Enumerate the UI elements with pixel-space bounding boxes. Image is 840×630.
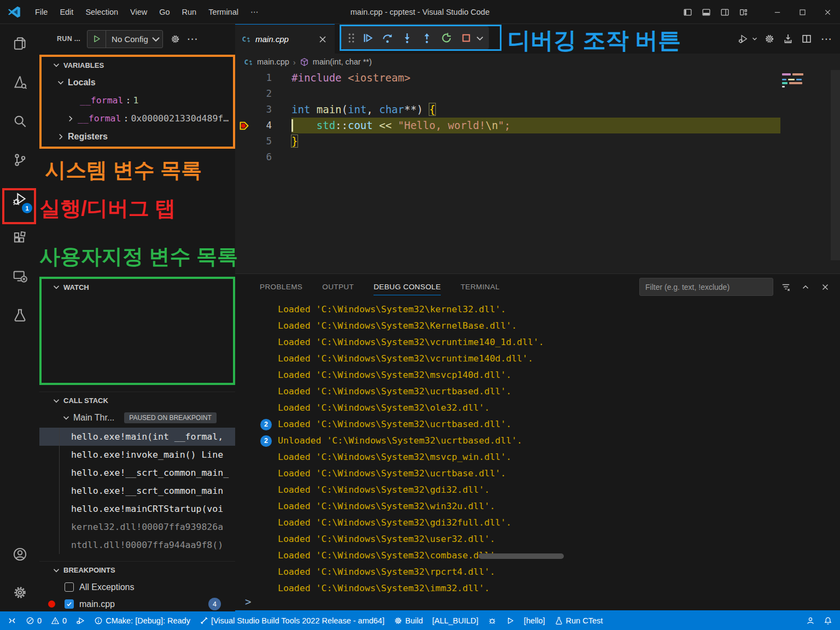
call-stack-section-header[interactable]: CALL STACK <box>39 392 235 409</box>
console-prompt[interactable]: > <box>245 595 251 608</box>
code-line-2[interactable]: 2 <box>235 86 840 102</box>
menu-terminal[interactable]: Terminal <box>202 0 244 24</box>
stack-frame[interactable]: kernel32.dll!00007ffa939826a <box>39 518 235 536</box>
minimize-button[interactable] <box>765 0 790 24</box>
chevron-down-icon[interactable] <box>751 35 759 43</box>
activity-account[interactable] <box>0 535 39 573</box>
code-editor[interactable]: 1#include <iostream>23int main(int, char… <box>235 70 840 273</box>
variables-section-header[interactable]: VARIABLES <box>43 57 232 73</box>
debug-step-into[interactable] <box>398 29 416 46</box>
filter-icon[interactable] <box>779 280 793 294</box>
menu-edit[interactable]: Edit <box>54 0 79 24</box>
run-or-debug-icon[interactable] <box>736 31 751 46</box>
status-debug-alt[interactable] <box>76 616 85 625</box>
status-gear[interactable]: Build <box>394 616 423 625</box>
breadcrumb-file[interactable]: main.cpp <box>257 57 289 66</box>
gutter[interactable]: 5 <box>235 133 291 149</box>
status-warning[interactable]: 0 <box>51 616 67 625</box>
stack-frame[interactable]: hello.exe!mainCRTStartup(voi <box>39 500 235 518</box>
breakpoint-row-main-cpp[interactable]: main.cpp 4 <box>39 596 235 612</box>
locals-group[interactable]: Locals <box>43 73 232 91</box>
status-beaker[interactable]: Run CTest <box>555 616 603 625</box>
split-editor-icon[interactable] <box>799 31 814 46</box>
menu-go[interactable]: Go <box>153 0 176 24</box>
code-line-3[interactable]: 3int main(int, char**) { <box>235 102 840 118</box>
code-line-4[interactable]: 4 std::cout << "Hello, world!\n"; <box>235 118 840 133</box>
activity-search[interactable] <box>0 102 39 141</box>
start-debugging-icon[interactable] <box>88 31 106 48</box>
stack-frame[interactable]: ntdll.dll!00007ffa944aa9f8() <box>39 536 235 554</box>
more-actions-icon[interactable]: ⋯ <box>187 32 199 45</box>
activity-source-control[interactable] <box>0 141 39 179</box>
gutter[interactable]: 2 <box>235 86 291 102</box>
status-error-circle[interactable]: 0 <box>26 616 42 625</box>
debug-step-out[interactable] <box>418 29 435 46</box>
breakpoint-slot[interactable] <box>238 88 257 100</box>
panel-tab-debug-console[interactable]: DEBUG CONSOLE <box>374 274 441 300</box>
activity-testing[interactable] <box>0 296 39 335</box>
panel-tab-problems[interactable]: PROBLEMS <box>260 274 302 300</box>
debug-drag-grip[interactable] <box>346 29 357 46</box>
gutter[interactable]: 4 <box>235 118 291 133</box>
activity-settings-gear[interactable] <box>0 573 39 611</box>
code-text[interactable]: } <box>291 133 298 149</box>
toggle-panel-icon[interactable] <box>697 0 715 24</box>
activity-run-debug[interactable]: 1 <box>0 179 39 218</box>
debug-stop[interactable] <box>457 29 475 46</box>
thread-row[interactable]: Main Thr... PAUSED ON BREAKPOINT <box>39 409 235 427</box>
status-person[interactable] <box>806 616 815 625</box>
breadcrumb-symbol[interactable]: main(int, char **) <box>313 57 372 66</box>
deploy-icon[interactable] <box>780 31 796 46</box>
gear-icon[interactable] <box>762 31 777 46</box>
debug-config-dropdown[interactable]: No Config <box>87 30 163 48</box>
code-text[interactable]: #include <iostream> <box>291 70 410 86</box>
stack-frame[interactable]: hello.exe!invoke_main() Line <box>39 446 235 464</box>
stack-frame[interactable]: hello.exe!__scrt_common_main_ <box>39 464 235 482</box>
horizontal-scrollbar[interactable] <box>479 553 564 559</box>
status-play[interactable] <box>506 616 515 625</box>
breakpoint-slot[interactable] <box>238 104 257 116</box>
status-bug[interactable] <box>488 616 497 625</box>
code-text[interactable]: std::cout << "Hello, world!\n"; <box>291 118 780 133</box>
activity-explorer[interactable] <box>0 24 39 63</box>
console-filter-input[interactable] <box>639 278 773 296</box>
gutter[interactable]: 1 <box>235 70 291 86</box>
status-info[interactable]: CMake: [Debug]: Ready <box>94 616 190 625</box>
code-line-5[interactable]: 5} <box>235 133 840 149</box>
menu-run[interactable]: Run <box>176 0 203 24</box>
breakpoint-slot[interactable] <box>238 136 257 148</box>
checkbox-unchecked[interactable] <box>65 582 74 592</box>
code-line-1[interactable]: 1#include <iostream> <box>235 70 840 86</box>
status--all-build-[interactable]: [ALL_BUILD] <box>432 616 479 625</box>
breadcrumb[interactable]: C main.cpp › main(int, char **) <box>235 54 840 70</box>
status--hello-[interactable]: [hello] <box>524 616 545 625</box>
activity-cmake[interactable] <box>0 63 39 102</box>
maximize-button[interactable] <box>790 0 815 24</box>
watch-section-header[interactable]: WATCH <box>43 279 232 295</box>
gear-icon[interactable] <box>167 31 184 47</box>
registers-group[interactable]: Registers <box>43 127 232 145</box>
variable-row[interactable]: __formal: 1 <box>43 91 232 109</box>
status-tools[interactable]: [Visual Studio Build Tools 2022 Release … <box>200 616 384 625</box>
debug-restart[interactable] <box>438 29 455 46</box>
menu-file[interactable]: File <box>29 0 54 24</box>
gutter[interactable]: 6 <box>235 149 291 165</box>
close-panel-icon[interactable] <box>818 280 832 294</box>
close-tab-icon[interactable] <box>317 34 328 45</box>
toggle-primary-sidebar-icon[interactable] <box>678 0 697 24</box>
variable-row[interactable]: __formal: 0x0000021330d489f… <box>43 109 232 127</box>
close-button[interactable] <box>815 0 840 24</box>
menu-view[interactable]: View <box>124 0 153 24</box>
panel-tab-output[interactable]: OUTPUT <box>322 274 354 300</box>
breakpoint-row-all-exceptions[interactable]: All Exceptions <box>39 579 235 596</box>
stack-frame[interactable]: hello.exe!main(int __formal, <box>39 428 235 446</box>
breakpoint-paused-icon[interactable] <box>238 120 257 132</box>
status-remote[interactable] <box>8 616 16 625</box>
code-line-6[interactable]: 6 <box>235 149 840 165</box>
more-actions-icon[interactable]: ⋯ <box>818 32 836 45</box>
toggle-secondary-sidebar-icon[interactable] <box>715 0 734 24</box>
tab-main-cpp[interactable]: C main.cpp <box>235 24 335 54</box>
panel-tab-terminal[interactable]: TERMINAL <box>460 274 499 300</box>
code-text[interactable]: int main(int, char**) { <box>291 102 435 118</box>
checkbox-checked[interactable] <box>65 599 74 609</box>
